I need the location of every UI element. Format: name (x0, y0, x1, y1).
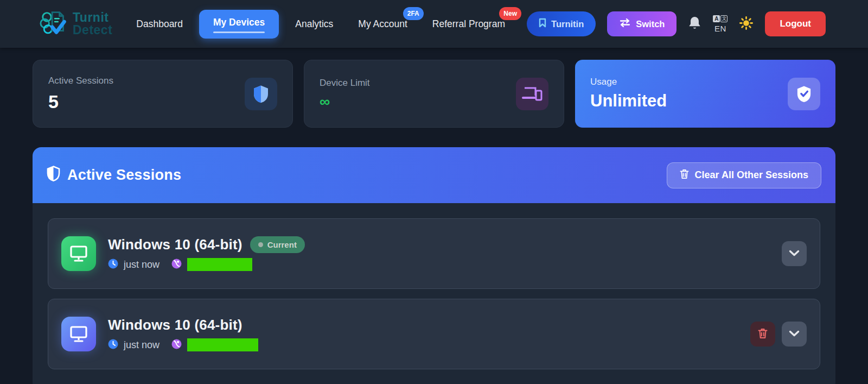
bell-icon (688, 16, 701, 32)
delete-session-button[interactable] (750, 322, 775, 347)
navbar-actions: Turnitin Switch A 文 (527, 11, 826, 36)
sun-icon (739, 16, 754, 32)
shield-icon (245, 78, 277, 110)
monitor-icon (61, 317, 96, 351)
trash-icon (758, 328, 768, 341)
switch-button[interactable]: Switch (607, 11, 676, 36)
status-dot (258, 242, 263, 247)
ip-address-redacted (187, 338, 258, 351)
globe-icon (171, 259, 182, 271)
active-sessions-panel: Active Sessions Clear All Other Sessions (33, 147, 835, 384)
turnitin-button[interactable]: Turnitin (527, 11, 596, 36)
devices-icon (516, 78, 548, 110)
session-row-actions (782, 241, 807, 266)
nav-item-referral-program[interactable]: Referral Program New (424, 12, 514, 36)
brand-name: Turnit Detect (73, 11, 112, 36)
device-limit-label: Device Limit (320, 78, 370, 89)
session-info: Windows 10 (64-bit) just now (108, 317, 750, 351)
logout-button[interactable]: Logout (765, 11, 826, 36)
swap-arrows-icon (619, 18, 631, 29)
usage-label: Usage (590, 77, 667, 87)
shield-check-icon (788, 78, 820, 110)
current-session-badge: Current (250, 236, 305, 253)
session-time: just now (124, 259, 159, 270)
2fa-badge: 2FA (403, 7, 424, 20)
clear-all-sessions-button[interactable]: Clear All Other Sessions (667, 162, 821, 188)
session-row-current: Windows 10 (64-bit) Current (48, 218, 820, 289)
language-code: EN (714, 24, 726, 33)
sessions-panel-title: Active Sessions (47, 166, 181, 185)
active-tab-underline (213, 32, 265, 33)
notifications-bell-button[interactable] (688, 16, 701, 32)
device-limit-value: ∞ (320, 93, 370, 110)
device-limit-card: Device Limit ∞ (304, 60, 564, 128)
clock-icon (108, 259, 118, 271)
bookmark-icon (539, 18, 546, 30)
nav-item-my-account[interactable]: My Account 2FA (349, 12, 416, 36)
chevron-down-icon (789, 330, 800, 338)
brand-logo[interactable]: Turnit Detect (39, 8, 112, 40)
session-row-actions (750, 322, 807, 347)
session-info: Windows 10 (64-bit) Current (108, 236, 782, 271)
top-navbar: Turnit Detect Dashboard My Devices Analy… (0, 0, 868, 48)
stats-row: Active Sessions 5 Device Limit ∞ (33, 60, 835, 128)
nav-item-dashboard[interactable]: Dashboard (127, 12, 192, 36)
usage-card: Usage Unlimited (575, 60, 835, 128)
theme-toggle-button[interactable] (739, 16, 754, 32)
active-sessions-card: Active Sessions 5 (33, 60, 293, 128)
session-time: just now (124, 339, 159, 351)
expand-session-button[interactable] (782, 241, 807, 266)
sessions-list: Windows 10 (64-bit) Current (33, 203, 835, 384)
trash-icon (680, 169, 689, 182)
shield-icon (47, 166, 60, 185)
brand-logo-icon (39, 8, 71, 40)
nav-item-my-devices[interactable]: My Devices (199, 10, 279, 39)
device-name: Windows 10 (64-bit) (108, 317, 242, 333)
main-content: Active Sessions 5 Device Limit ∞ (0, 60, 868, 384)
chevron-down-icon (789, 250, 800, 258)
device-name: Windows 10 (64-bit) (108, 236, 242, 253)
new-badge: New (499, 7, 521, 20)
language-switcher[interactable]: A 文 EN (713, 15, 727, 33)
usage-value: Unlimited (590, 91, 667, 111)
clock-icon (108, 339, 118, 351)
active-sessions-value: 5 (48, 91, 113, 112)
translate-icon: A 文 (713, 15, 727, 22)
monitor-icon (61, 236, 96, 271)
globe-icon (171, 339, 182, 351)
active-sessions-label: Active Sessions (48, 75, 113, 86)
sessions-panel-header: Active Sessions Clear All Other Sessions (33, 147, 835, 203)
expand-session-button[interactable] (782, 322, 807, 347)
nav-item-analytics[interactable]: Analytics (286, 12, 342, 36)
ip-address-redacted (187, 258, 252, 271)
nav-links: Dashboard My Devices Analytics My Accoun… (127, 10, 514, 39)
session-row: Windows 10 (64-bit) just now (48, 299, 820, 369)
